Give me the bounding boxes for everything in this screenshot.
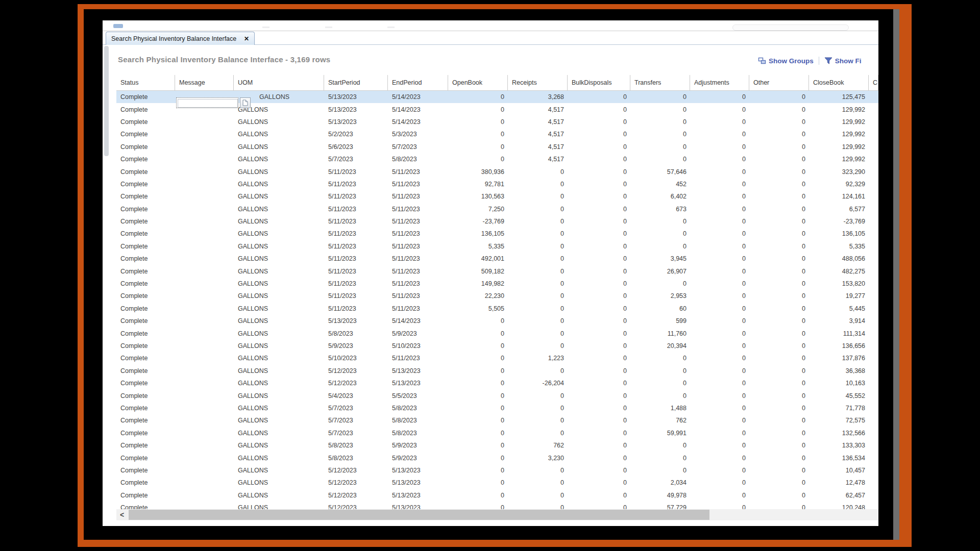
table-row[interactable]: CompleteGALLONS5/11/20235/11/2023509,182… bbox=[116, 265, 878, 277]
cell: 0 bbox=[448, 330, 508, 337]
table-row[interactable]: CompleteGALLONS5/11/20235/11/202392,7810… bbox=[116, 178, 878, 190]
cell: 2,953 bbox=[630, 292, 690, 299]
column-header-endperiod[interactable]: EndPeriod bbox=[388, 75, 448, 90]
outer-scrollbar[interactable] bbox=[893, 9, 899, 540]
table-row[interactable]: CompleteGALLONS5/13/20235/14/202303,2680… bbox=[116, 91, 878, 103]
cell: 0 bbox=[749, 131, 809, 138]
cell: 136,534 bbox=[809, 455, 869, 462]
table-row[interactable]: CompleteGALLONS5/7/20235/8/2023000762007… bbox=[116, 414, 878, 427]
cell: 5/11/2023 bbox=[388, 280, 448, 287]
table-row[interactable]: CompleteGALLONS5/11/20235/11/20235,50500… bbox=[116, 303, 878, 315]
cell: 3,230 bbox=[508, 455, 568, 462]
cell: GALLONS bbox=[234, 504, 324, 509]
cell: 0 bbox=[568, 367, 630, 374]
cell: 0 bbox=[749, 405, 809, 412]
tab-search-physical-inventory[interactable]: Search Physical Inventory Balance Interf… bbox=[106, 32, 255, 45]
table-row[interactable]: CompleteGALLONS5/12/20235/13/20230002,03… bbox=[116, 477, 878, 489]
table-row[interactable]: CompleteGALLONS5/6/20235/7/202304,517000… bbox=[116, 141, 878, 153]
table-row[interactable]: CompleteGALLONS5/11/20235/11/202322,2300… bbox=[116, 290, 878, 302]
cell: GALLONS bbox=[234, 156, 324, 163]
column-header-uom[interactable]: UOM bbox=[234, 75, 324, 90]
column-header-openbook[interactable]: OpenBook bbox=[448, 75, 508, 90]
column-header-status[interactable]: Status bbox=[116, 75, 175, 90]
table-row[interactable]: CompleteGALLONS5/12/20235/13/20230000003… bbox=[116, 365, 878, 377]
cell: 0 bbox=[690, 317, 749, 324]
table-row[interactable]: CompleteGALLONS5/11/20235/11/20235,33500… bbox=[116, 240, 878, 253]
cell: 0 bbox=[749, 317, 809, 324]
cell: 129,992 bbox=[809, 156, 869, 163]
cell: 5/10/2023 bbox=[324, 355, 388, 362]
table-row[interactable]: CompleteGALLONS5/13/20235/14/20230005990… bbox=[116, 315, 878, 327]
cell: 0 bbox=[508, 317, 568, 324]
table-row[interactable]: CompleteGALLONS5/11/20235/11/2023380,936… bbox=[116, 165, 878, 178]
column-header-closebook[interactable]: CloseBook bbox=[809, 75, 869, 90]
cell: Complete bbox=[116, 143, 175, 151]
table-row[interactable]: CompleteGALLONS5/11/20235/11/2023-23,769… bbox=[116, 215, 878, 228]
tab-close-icon[interactable]: ✕ bbox=[244, 36, 249, 42]
message-editor-button[interactable] bbox=[240, 97, 251, 108]
table-row[interactable]: CompleteGALLONS5/11/20235/11/20237,25000… bbox=[116, 203, 878, 215]
cell: 5,335 bbox=[448, 243, 508, 250]
column-header-bulkdisposals[interactable]: BulkDisposals bbox=[568, 75, 630, 90]
cell: 0 bbox=[690, 355, 749, 362]
cell: 488,056 bbox=[809, 255, 869, 262]
column-header-transfers[interactable]: Transfers bbox=[630, 75, 690, 90]
table-row[interactable]: CompleteGALLONS5/8/20235/9/202303,230000… bbox=[116, 452, 878, 464]
scrollbar-thumb[interactable] bbox=[129, 510, 709, 520]
page-icon bbox=[242, 99, 248, 106]
show-filters-button[interactable]: Show Fi bbox=[824, 57, 862, 65]
table-row[interactable]: CompleteGALLONS5/12/20235/13/20230000001… bbox=[116, 464, 878, 477]
cell: 0 bbox=[690, 417, 749, 424]
cell: 0 bbox=[630, 467, 690, 474]
show-filters-label: Show Fi bbox=[835, 57, 862, 65]
show-groups-label: Show Groups bbox=[769, 57, 814, 65]
column-header-other[interactable]: Other bbox=[749, 75, 809, 90]
table-row[interactable]: CompleteGALLONS5/4/20235/5/202300000045,… bbox=[116, 389, 878, 402]
table-row[interactable]: CompleteGALLONS5/12/20235/13/202300049,9… bbox=[116, 489, 878, 502]
horizontal-scrollbar[interactable]: < bbox=[116, 509, 878, 520]
cell: 3,914 bbox=[809, 317, 869, 324]
table-row[interactable]: CompleteGALLONS5/12/20235/13/202300057,7… bbox=[116, 502, 878, 509]
column-header-startperiod[interactable]: StartPeriod bbox=[324, 75, 388, 90]
cell: GALLONS bbox=[234, 355, 324, 362]
cell: 0 bbox=[568, 392, 630, 399]
table-row[interactable]: CompleteGALLONS5/11/20235/11/2023492,001… bbox=[116, 253, 878, 265]
cell: 380,936 bbox=[448, 168, 508, 176]
table-row[interactable]: CompleteGALLONS5/8/20235/9/2023076200001… bbox=[116, 439, 878, 452]
cell: 0 bbox=[508, 218, 568, 225]
table-row[interactable]: CompleteGALLONS5/7/20235/8/202304,517000… bbox=[116, 153, 878, 165]
table-row[interactable]: CompleteGALLONS5/11/20235/11/2023149,982… bbox=[116, 278, 878, 290]
cell: 0 bbox=[690, 430, 749, 437]
table-row[interactable]: CompleteGALLONS5/10/20235/11/202301,2230… bbox=[116, 352, 878, 364]
message-editor-input[interactable] bbox=[178, 99, 238, 108]
scroll-left-button[interactable]: < bbox=[116, 509, 128, 520]
show-groups-button[interactable]: Show Groups bbox=[758, 57, 814, 65]
cell: Complete bbox=[116, 131, 175, 138]
column-header-receipts[interactable]: Receipts bbox=[508, 75, 568, 90]
cell: 5/11/2023 bbox=[324, 193, 388, 200]
table-row[interactable]: CompleteGALLONS5/11/20235/11/2023130,563… bbox=[116, 190, 878, 203]
cell: 0 bbox=[448, 455, 508, 462]
cell: 0 bbox=[749, 355, 809, 362]
table-row[interactable]: CompleteGALLONS5/2/20235/3/202304,517000… bbox=[116, 128, 878, 140]
filter-icon bbox=[824, 57, 832, 64]
column-header-message[interactable]: Message bbox=[175, 75, 234, 90]
column-header-adjustments[interactable]: Adjustments bbox=[690, 75, 749, 90]
table-row[interactable]: CompleteGALLONS5/13/20235/14/202304,5170… bbox=[116, 116, 878, 128]
table-row[interactable]: CompleteGALLONS5/9/20235/10/202300020,39… bbox=[116, 340, 878, 352]
column-header-c[interactable]: C bbox=[869, 75, 878, 90]
cell: 323,290 bbox=[809, 168, 869, 176]
table-row[interactable]: CompleteGALLONS5/7/20235/8/20230001,4880… bbox=[116, 402, 878, 414]
cell: 0 bbox=[690, 131, 749, 138]
table-row[interactable]: CompleteGALLONS5/12/20235/13/20230-26,20… bbox=[116, 377, 878, 389]
table-row[interactable]: CompleteGALLONS5/11/20235/11/2023136,105… bbox=[116, 228, 878, 240]
table-row[interactable]: CompleteGALLONS5/8/20235/9/202300011,760… bbox=[116, 327, 878, 339]
cell: 5,505 bbox=[448, 305, 508, 312]
cell: 0 bbox=[568, 479, 630, 486]
cell: -23,769 bbox=[809, 218, 869, 225]
cell: GALLONS bbox=[234, 492, 324, 499]
cell: 20,394 bbox=[630, 342, 690, 349]
table-row[interactable]: CompleteGALLONS5/7/20235/8/202300059,991… bbox=[116, 427, 878, 439]
cell: 0 bbox=[630, 131, 690, 138]
vertical-scrollbar-fragment[interactable] bbox=[104, 46, 109, 156]
